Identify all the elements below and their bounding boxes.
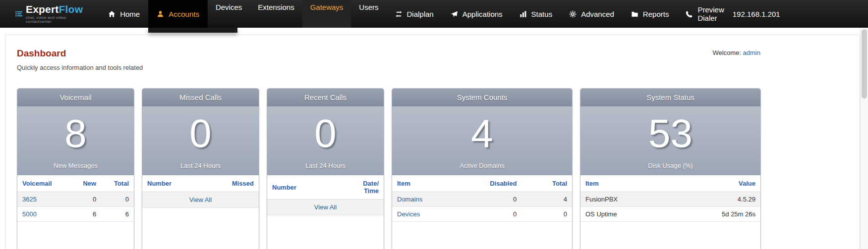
page-title: Dashboard <box>17 48 143 59</box>
arrows-swap-icon <box>395 10 403 18</box>
table-cell: FusionPBX <box>580 192 680 207</box>
table-row: FusionPBX 4.5.29 <box>580 192 760 207</box>
view-all-link[interactable]: View All <box>314 203 337 211</box>
welcome-label: Welcome: <box>712 49 741 56</box>
welcome-user-link[interactable]: admin <box>743 49 760 56</box>
system-status-card-title: System Status <box>580 89 760 106</box>
nav-item-applications[interactable]: Applications <box>442 0 511 28</box>
menu-item-devices[interactable]: Devices <box>208 0 250 28</box>
system-status-card: System Status 53 Disk Usage (%) Item Val… <box>580 88 761 249</box>
menu-item-gateways[interactable]: Gateways <box>302 0 351 28</box>
nav-item-label: Applications <box>463 10 503 18</box>
phone-icon <box>686 10 693 18</box>
voicemail-card-title: Voicemail <box>17 89 134 106</box>
system-counts-hero: 4 Active Domains <box>392 106 572 175</box>
devices-link[interactable]: Devices <box>397 210 420 218</box>
user-icon <box>157 10 164 18</box>
table-cell: 0 <box>467 192 521 207</box>
recent-calls-caption: Last 24 Hours <box>267 162 384 169</box>
server-ip-address: 192.168.1.201 <box>733 0 868 28</box>
system-counts-card-title: System Counts <box>392 89 572 106</box>
nav-item-label: Dialplan <box>407 10 434 18</box>
nav-menu: Home Accounts Devices Extensions Gateway… <box>100 0 733 28</box>
table-cell: 0 <box>467 207 521 222</box>
table-header-cell: Missed <box>206 175 259 192</box>
table-header-cell: Date/ Time <box>349 175 384 199</box>
nav-item-label: Advanced <box>581 10 614 18</box>
gear-icon <box>569 10 577 18</box>
table-header-cell: Value <box>680 175 760 192</box>
table-header-cell: Disabled <box>467 175 521 192</box>
brand-logo[interactable]: ExpertFlow chat, voice and video contact… <box>0 0 83 28</box>
brand-name: ExpertFlow <box>26 4 83 14</box>
table-row: Domains 0 4 <box>392 192 572 207</box>
table-cell: 0 <box>70 192 101 207</box>
nav-item-label: Status <box>531 10 553 18</box>
nav-item-accounts[interactable]: Accounts <box>148 0 208 28</box>
paper-plane-icon <box>451 10 458 18</box>
page-title-block: Dashboard Quickly access information and… <box>17 48 143 71</box>
voicemail-box-link[interactable]: 3625 <box>22 196 37 203</box>
recent-calls-hero: 0 Last 24 Hours <box>267 106 384 175</box>
nav-item-reports[interactable]: Reports <box>623 0 678 28</box>
missed-calls-table: Number Missed View All <box>142 175 259 208</box>
system-status-caption: Disk Usage (%) <box>580 162 760 169</box>
table-cell: 4 <box>521 192 572 207</box>
scrollbar-thumb[interactable] <box>862 29 867 99</box>
nav-item-home[interactable]: Home <box>100 0 148 28</box>
menu-item-extensions[interactable]: Extensions <box>250 0 302 28</box>
domains-link[interactable]: Domains <box>397 196 422 203</box>
missed-calls-count: 0 <box>142 107 259 160</box>
table-header-cell: Item <box>580 175 680 192</box>
voicemail-hero: 8 New Messages <box>17 106 134 175</box>
menu-item-users[interactable]: Users <box>351 0 386 28</box>
voicemail-box-link[interactable]: 5000 <box>22 210 37 218</box>
table-row: View All <box>142 192 259 208</box>
menu-lines-icon <box>15 10 23 18</box>
table-cell: Devices <box>392 207 467 222</box>
nav-item-status[interactable]: Status <box>511 0 561 28</box>
table-cell: 0 <box>521 207 572 222</box>
recent-calls-card: Recent Calls 0 Last 24 Hours Number Date… <box>267 88 384 249</box>
table-row: 5000 6 6 <box>17 207 134 222</box>
folder-icon <box>631 10 638 18</box>
table-header-cell: Total <box>521 175 572 192</box>
system-status-hero: 53 Disk Usage (%) <box>580 106 760 175</box>
table-header-cell: Total <box>101 175 134 192</box>
dashboard-cards: Voicemail 8 New Messages Voicemail New T… <box>17 88 760 249</box>
accounts-dropdown-menu <box>148 28 237 33</box>
table-header-cell: New <box>70 175 101 192</box>
table-header-cell: Item <box>392 175 467 192</box>
recent-calls-table: Number Date/ Time View All <box>267 175 384 215</box>
main-content-panel: Dashboard Quickly access information and… <box>5 35 860 249</box>
table-cell: View All <box>267 199 384 215</box>
home-icon <box>108 10 116 18</box>
nav-item-preview-dialer[interactable]: Preview Dialer <box>677 0 732 28</box>
table-header-cell: Voicemail <box>17 175 70 192</box>
missed-calls-card: Missed Calls 0 Last 24 Hours Number Miss… <box>142 88 259 249</box>
table-header-cell: Number <box>142 175 206 192</box>
page-subtitle: Quickly access information and tools rel… <box>17 64 143 71</box>
brand-text: ExpertFlow chat, voice and video contact… <box>26 4 83 24</box>
welcome-text: Welcome: admin <box>712 48 760 56</box>
view-all-link[interactable]: View All <box>189 196 212 203</box>
table-cell: 0 <box>101 192 134 207</box>
table-cell: 6 <box>101 207 134 222</box>
system-status-table: Item Value FusionPBX 4.5.29 OS Uptime 5d… <box>580 175 760 222</box>
table-cell: OS Uptime <box>580 207 680 222</box>
nav-item-label: Accounts <box>169 10 199 18</box>
page-header: Dashboard Quickly access information and… <box>17 48 760 71</box>
table-row: OS Uptime 5d 25m 26s <box>580 207 760 222</box>
nav-item-dialplan[interactable]: Dialplan <box>387 0 442 28</box>
system-counts-caption: Active Domains <box>392 162 572 169</box>
recent-calls-card-title: Recent Calls <box>267 89 384 106</box>
missed-calls-hero: 0 Last 24 Hours <box>142 106 259 175</box>
table-header-cell: Number <box>267 175 349 199</box>
brand-tagline: chat, voice and video contactcenter <box>26 16 83 24</box>
nav-item-label: Reports <box>643 10 669 18</box>
voicemail-table: Voicemail New Total 3625 0 0 5000 6 <box>17 175 134 222</box>
nav-item-advanced[interactable]: Advanced <box>561 0 623 28</box>
vertical-scrollbar[interactable] <box>860 28 868 249</box>
table-cell: 3625 <box>17 192 70 207</box>
bar-chart-icon <box>520 10 527 18</box>
